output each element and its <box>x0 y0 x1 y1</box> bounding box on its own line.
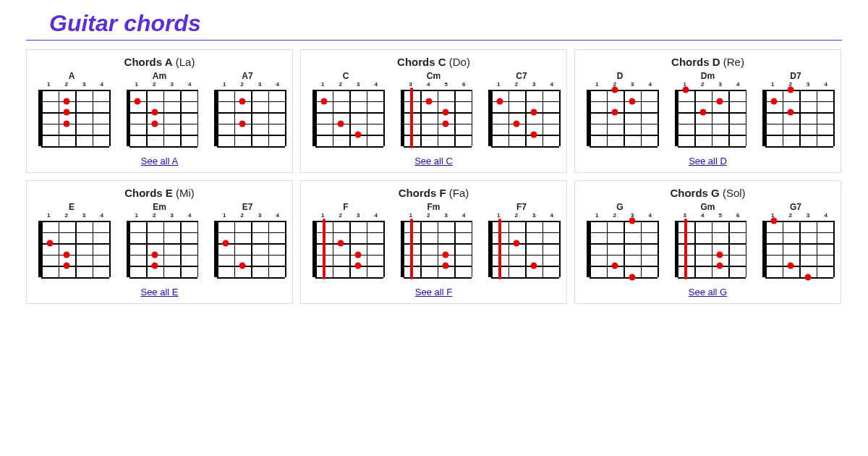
chord-name: A7 <box>208 71 286 81</box>
chord-name: Em <box>121 202 199 212</box>
chord-diagram: A71234Tuner-Online.fr <box>208 71 286 150</box>
chord-group-card: Chords E (Mi)E1234Tuner-Online.frEm1234T… <box>26 180 293 304</box>
chord-diagram: D1234Tuner-Online.fr <box>581 71 659 150</box>
chord-diagram: Dm1234Tuner-Online.fr <box>669 71 747 150</box>
chord-group-title: Chords G (Sol) <box>581 187 835 199</box>
chord-diagram: F1234Tuner-Online.fr <box>307 202 385 281</box>
chord-group-card: Chords G (Sol)G1234Tuner-Online.frGm3456… <box>574 180 841 304</box>
chord-group-title: Chords D (Re) <box>581 56 835 68</box>
chord-diagram: Fm1234Tuner-Online.fr <box>395 202 473 281</box>
chord-name: D <box>581 71 659 81</box>
see-all-link[interactable]: See all D <box>581 156 835 166</box>
chord-group-title: Chords C (Do) <box>307 56 561 68</box>
chord-name: Cm <box>395 71 473 81</box>
see-all-link[interactable]: See all C <box>307 156 561 166</box>
chord-name: Am <box>121 71 199 81</box>
chord-diagram: E71234Tuner-Online.fr <box>208 202 286 281</box>
chord-name: E7 <box>208 202 286 212</box>
chord-name: C7 <box>482 71 561 81</box>
divider <box>26 40 842 41</box>
chord-diagram: D71234Tuner-Online.fr <box>757 71 835 150</box>
chord-group-card: Chords D (Re)D1234Tuner-Online.frDm1234T… <box>574 49 841 173</box>
chord-name: Dm <box>669 71 747 81</box>
chord-name: F7 <box>482 202 561 212</box>
chord-group-card: Chords F (Fa)F1234Tuner-Online.frFm1234T… <box>300 180 567 304</box>
chord-diagram: F71234Tuner-Online.fr <box>482 202 561 281</box>
page-title: Guitar chords <box>49 10 842 37</box>
see-all-link[interactable]: See all G <box>581 287 835 297</box>
chord-diagram: C71234Tuner-Online.fr <box>482 71 561 150</box>
chord-diagram: G71234Tuner-Online.fr <box>757 202 835 281</box>
chord-name: C <box>307 71 385 81</box>
chord-name: Gm <box>669 202 747 212</box>
chord-group-card: Chords A (La)A1234Tuner-Online.frAm1234T… <box>26 49 293 173</box>
chord-diagram: C1234Tuner-Online.fr <box>307 71 385 150</box>
chord-diagram: E1234Tuner-Online.fr <box>33 202 111 281</box>
see-all-link[interactable]: See all F <box>307 287 561 297</box>
chord-group-title: Chords E (Mi) <box>33 187 286 199</box>
chord-diagram: G1234Tuner-Online.fr <box>581 202 659 281</box>
see-all-link[interactable]: See all E <box>33 287 286 297</box>
chord-name: F <box>307 202 385 212</box>
chord-diagram: A1234Tuner-Online.fr <box>33 71 111 150</box>
chord-name: G7 <box>757 202 835 212</box>
chord-name: A <box>33 71 111 81</box>
chord-group-card: Chords C (Do)C1234Tuner-Online.frCm3456T… <box>300 49 567 173</box>
chord-groups-grid: Chords A (La)A1234Tuner-Online.frAm1234T… <box>26 49 842 304</box>
chord-diagram: Cm3456Tuner-Online.fr <box>395 71 473 150</box>
chord-diagram: Em1234Tuner-Online.fr <box>121 202 199 281</box>
chord-name: E <box>33 202 111 212</box>
chord-diagram: Gm3456Tuner-Online.fr <box>669 202 747 281</box>
chord-name: D7 <box>757 71 835 81</box>
chord-group-title: Chords F (Fa) <box>307 187 561 199</box>
chord-name: G <box>581 202 659 212</box>
chord-name: Fm <box>395 202 473 212</box>
see-all-link[interactable]: See all A <box>33 156 286 166</box>
chord-diagram: Am1234Tuner-Online.fr <box>121 71 199 150</box>
chord-group-title: Chords A (La) <box>33 56 286 68</box>
